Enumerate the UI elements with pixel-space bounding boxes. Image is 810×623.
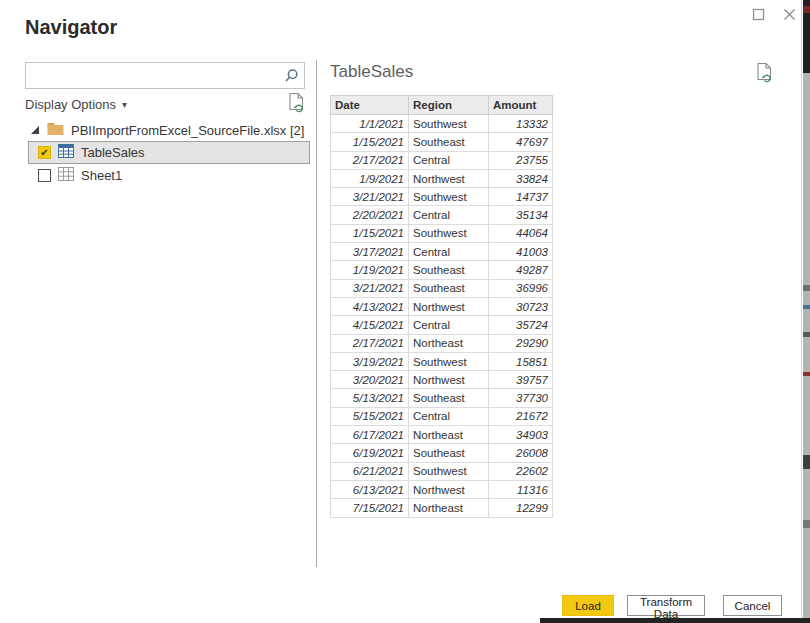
table-row: 3/21/2021Southeast36996: [331, 279, 553, 297]
amount-cell: 35134: [489, 206, 553, 224]
table-row: 1/1/2021Southwest13332: [331, 115, 553, 133]
tree-root-label: PBIImportFromExcel_SourceFile.xlsx [2]: [71, 123, 304, 138]
background-window-artifact: [803, 332, 810, 337]
source-tree: PBIImportFromExcel_SourceFile.xlsx [2] ✔…: [25, 120, 310, 187]
date-cell: 2/17/2021: [331, 334, 409, 352]
region-cell: Southwest: [409, 462, 489, 480]
page-title: Navigator: [25, 16, 117, 39]
amount-cell: 26008: [489, 444, 553, 462]
amount-cell: 37730: [489, 389, 553, 407]
display-options-dropdown[interactable]: Display Options ▾: [25, 97, 127, 112]
tablesales-checkbox[interactable]: ✔: [38, 146, 51, 159]
maximize-button[interactable]: [750, 7, 767, 24]
date-cell: 1/15/2021: [331, 224, 409, 242]
search-box: [25, 62, 305, 89]
table-row: 4/13/2021Northwest30723: [331, 297, 553, 315]
region-cell: Southwest: [409, 188, 489, 206]
close-button[interactable]: [781, 7, 798, 24]
table-row: 2/17/2021Northeast29290: [331, 334, 553, 352]
check-icon: ✔: [40, 148, 48, 158]
amount-cell: 21672: [489, 407, 553, 425]
preview-table-head: DateRegionAmount: [331, 96, 553, 115]
background-window-artifact: [803, 455, 810, 469]
background-window-artifact: [803, 305, 810, 309]
background-window-strip: [803, 0, 810, 623]
sheet-icon: [58, 167, 74, 184]
panel-divider: [316, 60, 317, 567]
date-cell: 2/20/2021: [331, 206, 409, 224]
search-icon[interactable]: [278, 63, 304, 88]
region-cell: Southeast: [409, 133, 489, 151]
region-cell: Southeast: [409, 261, 489, 279]
background-window-artifact: [803, 285, 810, 291]
table-icon: [58, 144, 74, 161]
amount-cell: 30723: [489, 297, 553, 315]
window-controls: [750, 7, 798, 24]
column-header-date: Date: [331, 96, 409, 115]
region-cell: Central: [409, 151, 489, 169]
table-row: 5/13/2021Southeast37730: [331, 389, 553, 407]
region-cell: Northwest: [409, 480, 489, 498]
cancel-button[interactable]: Cancel: [723, 595, 782, 616]
region-cell: Northwest: [409, 297, 489, 315]
date-cell: 1/9/2021: [331, 169, 409, 187]
region-cell: Southwest: [409, 352, 489, 370]
dialog-right-border: [801, 0, 802, 623]
date-cell: 6/17/2021: [331, 426, 409, 444]
tree-item-sheet1[interactable]: Sheet1: [28, 164, 310, 187]
expander-icon[interactable]: [30, 123, 40, 138]
navigator-dialog: Navigator Display Options ▾: [0, 0, 810, 623]
display-options-label: Display Options: [25, 97, 116, 112]
table-row: 3/19/2021Southwest15851: [331, 352, 553, 370]
amount-cell: 41003: [489, 243, 553, 261]
preview-table-body: 1/1/2021Southwest133321/15/2021Southeast…: [331, 115, 553, 518]
table-row: 1/9/2021Northwest33824: [331, 169, 553, 187]
search-input[interactable]: [26, 63, 278, 88]
load-button[interactable]: Load: [562, 595, 614, 616]
region-cell: Northwest: [409, 169, 489, 187]
region-cell: Southeast: [409, 444, 489, 462]
table-row: 6/17/2021Northeast34903: [331, 426, 553, 444]
date-cell: 1/19/2021: [331, 261, 409, 279]
maximize-icon: [752, 7, 765, 25]
date-cell: 7/15/2021: [331, 499, 409, 517]
date-cell: 6/13/2021: [331, 480, 409, 498]
date-cell: 4/15/2021: [331, 316, 409, 334]
region-cell: Northeast: [409, 426, 489, 444]
amount-cell: 23755: [489, 151, 553, 169]
table-row: 3/21/2021Southwest14737: [331, 188, 553, 206]
region-cell: Southwest: [409, 224, 489, 242]
date-cell: 1/15/2021: [331, 133, 409, 151]
preview-title: TableSales: [330, 62, 413, 82]
region-cell: Central: [409, 407, 489, 425]
region-cell: Southwest: [409, 115, 489, 133]
table-row: 1/15/2021Southeast47697: [331, 133, 553, 151]
tree-root-item[interactable]: PBIImportFromExcel_SourceFile.xlsx [2]: [25, 120, 310, 141]
amount-cell: 34903: [489, 426, 553, 444]
date-cell: 5/13/2021: [331, 389, 409, 407]
date-cell: 5/15/2021: [331, 407, 409, 425]
table-row: 1/19/2021Southeast49287: [331, 261, 553, 279]
region-cell: Central: [409, 206, 489, 224]
region-cell: Northwest: [409, 371, 489, 389]
background-window-bottom-strip: [540, 618, 810, 623]
chevron-down-icon: ▾: [122, 99, 127, 110]
close-icon: [783, 7, 796, 25]
refresh-preview-icon[interactable]: [756, 62, 774, 83]
tree-item-tablesales[interactable]: ✔ TableSales: [28, 141, 310, 164]
sheet1-checkbox[interactable]: [38, 169, 51, 182]
transform-data-button[interactable]: Transform Data: [627, 595, 705, 616]
date-cell: 3/21/2021: [331, 188, 409, 206]
amount-cell: 36996: [489, 279, 553, 297]
table-row: 6/21/2021Southwest22602: [331, 462, 553, 480]
refresh-source-icon[interactable]: [288, 92, 305, 117]
table-row: 7/15/2021Northeast12299: [331, 499, 553, 517]
amount-cell: 44064: [489, 224, 553, 242]
date-cell: 4/13/2021: [331, 297, 409, 315]
header-row: DateRegionAmount: [331, 96, 553, 115]
amount-cell: 35724: [489, 316, 553, 334]
background-window-artifact: [803, 520, 810, 528]
options-row: Display Options ▾: [25, 93, 305, 115]
amount-cell: 22602: [489, 462, 553, 480]
table-row: 2/17/2021Central23755: [331, 151, 553, 169]
